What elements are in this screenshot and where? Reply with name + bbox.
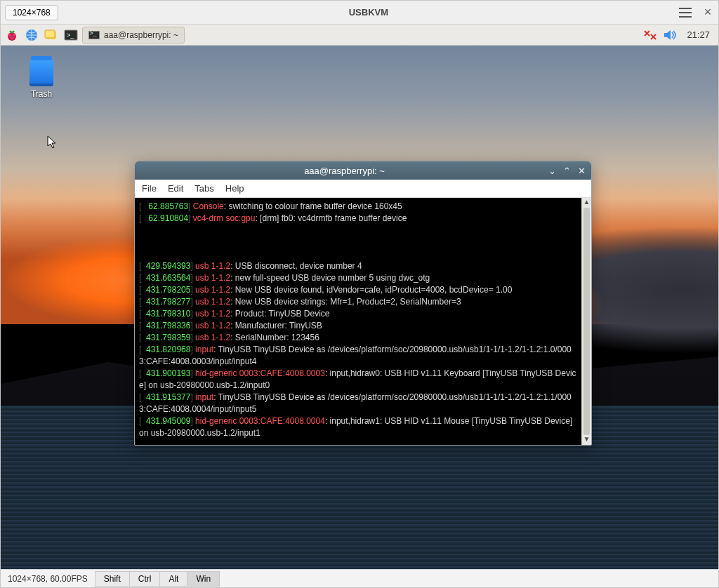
taskbar-clock[interactable]: 21:27 (681, 29, 715, 40)
trash-label: Trash (20, 89, 62, 99)
mod-ctrl-button[interactable]: Ctrl (130, 571, 161, 587)
svg-rect-6 (45, 30, 55, 38)
terminal-minimize-button[interactable]: ⌄ (548, 166, 556, 176)
terminal-title: aaa@raspberrypi: ~ (140, 166, 548, 176)
menu-tabs[interactable]: Tabs (194, 183, 213, 194)
menu-edit[interactable]: Edit (168, 183, 183, 194)
file-manager-icon[interactable] (43, 27, 60, 43)
task-button-label: aaa@raspberrypi: ~ (104, 30, 178, 40)
terminal-close-button[interactable]: ✕ (578, 166, 586, 176)
mod-alt-button[interactable]: Alt (160, 571, 187, 587)
scroll-up-icon[interactable]: ▲ (582, 198, 591, 208)
desktop-trash[interactable]: Trash (20, 60, 62, 99)
svg-point-3 (11, 36, 14, 39)
taskbar-task-terminal[interactable]: aaa@raspberrypi: ~ (82, 27, 185, 44)
svg-point-2 (13, 33, 16, 36)
window-title: USBKVM (58, 7, 679, 18)
svg-point-1 (8, 33, 12, 36)
close-button[interactable]: × (701, 5, 714, 20)
scroll-thumb[interactable] (583, 208, 590, 435)
terminal-output[interactable]: [ 62.885763] Console: switching to colou… (135, 198, 581, 445)
terminal-maximize-button[interactable]: ⌃ (563, 166, 571, 176)
remote-viewport[interactable]: >_ aaa@raspberrypi: ~ 21:27 Trash (1, 25, 718, 569)
svg-text:>_: >_ (67, 32, 74, 39)
network-disconnected-icon[interactable] (642, 27, 659, 43)
task-terminal-icon (88, 31, 100, 39)
statusbar: 1024×768, 60.00FPS Shift Ctrl Alt Win (1, 569, 718, 587)
raspberry-menu-icon[interactable] (4, 27, 20, 43)
terminal-window[interactable]: aaa@raspberrypi: ~ ⌄ ⌃ ✕ File Edit Tabs … (134, 161, 592, 446)
terminal-scrollbar[interactable]: ▲ ▼ (581, 198, 591, 445)
mod-shift-button[interactable]: Shift (95, 571, 130, 587)
remote-taskbar: >_ aaa@raspberrypi: ~ 21:27 (1, 25, 718, 46)
browser-icon[interactable] (23, 27, 40, 43)
terminal-menubar: File Edit Tabs Help (135, 180, 591, 198)
modifier-buttons: Shift Ctrl Alt Win (95, 571, 220, 587)
volume-icon[interactable] (661, 27, 678, 43)
menu-file[interactable]: File (142, 183, 157, 194)
terminal-launcher-icon[interactable]: >_ (62, 27, 79, 43)
scroll-down-icon[interactable]: ▼ (582, 435, 591, 445)
usbkvm-window: 1024×768 USBKVM × >_ (0, 0, 719, 588)
trash-icon (29, 60, 53, 86)
outer-titlebar: 1024×768 USBKVM × (1, 1, 718, 25)
resolution-button[interactable]: 1024×768 (5, 5, 58, 20)
terminal-titlebar[interactable]: aaa@raspberrypi: ~ ⌄ ⌃ ✕ (135, 161, 591, 180)
hamburger-menu-icon[interactable] (679, 8, 692, 18)
menu-help[interactable]: Help (225, 183, 244, 194)
status-info: 1024×768, 60.00FPS (1, 574, 95, 584)
mod-win-button[interactable]: Win (187, 571, 220, 587)
